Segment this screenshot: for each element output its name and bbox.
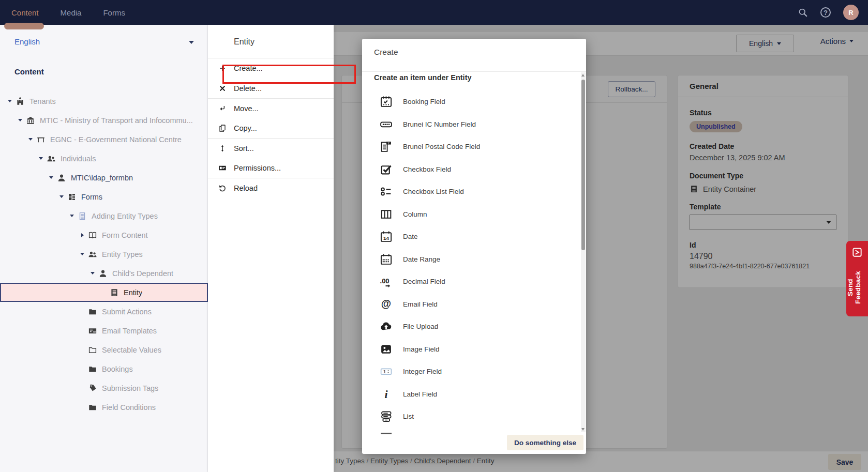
create-option-brunei-postal-code-field[interactable]: Brunei Postal Code Field [362, 135, 577, 158]
avatar[interactable]: R [843, 5, 859, 20]
create-option-label: Integer Field [403, 368, 442, 375]
dialog-scrollbar[interactable] [581, 72, 586, 432]
create-item-list: Booking Field Brunei IC Number Field Bru… [362, 90, 577, 434]
create-option-column[interactable]: Column [362, 203, 577, 226]
tree-item-egnc-e-government-national-centre[interactable]: EGNC - E-Government National Centre [0, 130, 208, 149]
calendar-check-icon [380, 95, 393, 108]
help-icon[interactable]: ? [820, 7, 831, 18]
create-option-file-upload[interactable]: File Upload [362, 315, 577, 338]
tree-caret-icon[interactable] [79, 233, 86, 237]
create-option-brunei-ic-number-field[interactable]: Brunei IC Number Field [362, 113, 577, 136]
menu-item-permissions[interactable]: Permissions... [208, 158, 334, 178]
scroll-up-icon[interactable] [581, 74, 585, 77]
create-option-decimal-field[interactable]: Decimal Field [362, 270, 577, 293]
people-icon [88, 250, 97, 259]
tree-item-entity-types[interactable]: Entity Types [0, 245, 208, 264]
send-feedback-label: Send Feedback [846, 262, 868, 313]
tree-item-bookings[interactable]: Bookings [0, 359, 208, 378]
tree-caret-icon[interactable] [27, 138, 34, 141]
create-option-date-range[interactable]: Date Range [362, 248, 577, 271]
tree-item-individuals[interactable]: Individuals [0, 149, 208, 168]
book-icon [88, 231, 97, 240]
image-icon [380, 343, 393, 356]
top-navbar: ContentMediaForms ? R [0, 0, 868, 25]
scrollbar-thumb[interactable] [581, 80, 585, 250]
tree-caret-icon[interactable] [6, 100, 13, 102]
tree-item-submission-tags[interactable]: Submission Tags [0, 378, 208, 398]
create-option-checkbox-field[interactable]: Checkbox Field [362, 158, 577, 181]
tree-caret-icon[interactable] [37, 157, 44, 160]
scroll-down-icon[interactable] [581, 428, 585, 431]
create-option-checkbox-list-field[interactable]: Checkbox List Field [362, 180, 577, 203]
nav-tab-forms[interactable]: Forms [103, 8, 125, 17]
tree-item-label: Form Content [102, 231, 148, 239]
nav-tab-content[interactable]: Content [11, 8, 39, 17]
tree-item-mtic-ministry-of-transport-and-infocommu[interactable]: MTIC - Ministry of Transport and Infocom… [0, 111, 208, 130]
tree-caret-icon[interactable] [58, 195, 65, 198]
folder-icon [88, 403, 97, 412]
create-option-label: List [403, 413, 414, 420]
integer-icon [380, 365, 393, 378]
person-icon [98, 269, 108, 278]
create-option-label: Date Range [403, 255, 440, 263]
create-option-booking-field[interactable]: Booking Field [362, 90, 577, 113]
create-option-label: Decimal Field [403, 278, 445, 285]
tree-item-adding-entity-types[interactable]: Adding Entity Types [0, 206, 208, 225]
sort-icon [218, 144, 227, 153]
menu-item-label: Move... [234, 104, 259, 113]
send-feedback-tab[interactable]: Send Feedback [846, 241, 868, 316]
move-icon [218, 104, 227, 113]
create-option-label: Email Field [403, 300, 438, 308]
tree-caret-icon[interactable] [68, 215, 76, 217]
tree-item-label: Email Templates [102, 327, 157, 335]
tree-caret-icon[interactable] [17, 119, 24, 121]
menu-item-move[interactable]: Move... [208, 98, 334, 118]
tree-item-submit-actions[interactable]: Submit Actions [0, 302, 208, 321]
menu-item-label: Create... [234, 64, 263, 72]
active-tab-indicator [4, 23, 44, 29]
tree-item-form-content[interactable]: Form Content [0, 225, 208, 245]
tree-item-child-s-dependent[interactable]: Child's Dependent [0, 264, 208, 283]
language-selector[interactable]: English [0, 25, 207, 58]
menu-item-reload[interactable]: Reload [208, 178, 334, 198]
menu-item-delete[interactable]: Delete... [208, 79, 334, 99]
tree-item-tenants[interactable]: Tenants [0, 92, 208, 111]
menu-item-create[interactable]: Create... [208, 58, 334, 79]
menu-item-sort[interactable]: Sort... [208, 138, 334, 158]
create-option-email-field[interactable]: Email Field [362, 293, 577, 316]
tree-item-label: Submit Actions [102, 308, 152, 316]
create-option-integer-field[interactable]: Integer Field [362, 360, 577, 383]
tree-item-forms[interactable]: Forms [0, 187, 208, 206]
tree-caret-icon[interactable] [79, 253, 86, 255]
do-something-else-button[interactable]: Do something else [507, 435, 583, 450]
create-option-image-field[interactable]: Image Field [362, 338, 577, 361]
tree-item-label: Individuals [61, 155, 96, 163]
tree-item-entity[interactable]: Entity [0, 283, 208, 302]
bank-icon [26, 116, 35, 125]
create-option-label: File Upload [403, 323, 438, 330]
nav-tab-media[interactable]: Media [61, 8, 82, 17]
create-option-label-field[interactable]: Label Field [362, 383, 577, 406]
folder-open-icon [88, 345, 97, 355]
tree-item-label: MTIC - Ministry of Transport and Infocom… [40, 116, 193, 125]
label-i-icon [380, 388, 393, 401]
folder-icon [88, 307, 97, 316]
tree-caret-icon[interactable] [48, 176, 55, 179]
language-label[interactable]: English [14, 37, 40, 46]
partial-next-item [381, 433, 392, 434]
context-menu-panel: Entity Create... Delete... Move... Copy.… [208, 25, 334, 472]
search-icon[interactable] [798, 7, 808, 18]
tree-caret-icon[interactable] [89, 272, 96, 275]
radio-list-icon [380, 185, 393, 198]
tree-item-selectable-values[interactable]: Selectable Values [0, 340, 208, 359]
create-option-list[interactable]: List [362, 405, 577, 428]
create-option-date[interactable]: Date [362, 225, 577, 248]
tenant-icon [16, 97, 25, 106]
tree-item-mtic-ldap-formbn[interactable]: MTIC\ldap_formbn [0, 168, 208, 187]
nav-tabs: ContentMediaForms [0, 8, 147, 17]
create-dialog-title: Create [374, 48, 398, 57]
tree-item-field-conditions[interactable]: Field Conditions [0, 398, 208, 417]
tree-item-email-templates[interactable]: Email Templates [0, 321, 208, 340]
plus-icon [218, 64, 227, 72]
menu-item-copy[interactable]: Copy... [208, 118, 334, 139]
